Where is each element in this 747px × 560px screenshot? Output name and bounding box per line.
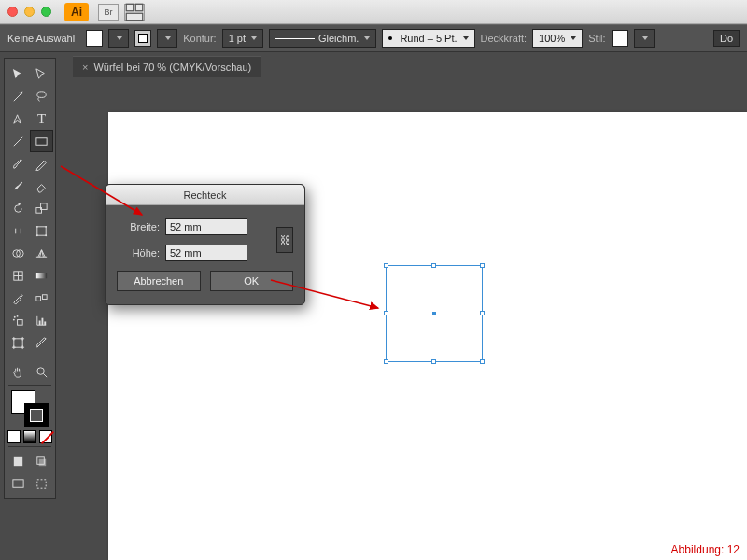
hand-tool[interactable] xyxy=(7,360,30,383)
svg-rect-6 xyxy=(36,137,47,145)
resize-handle[interactable] xyxy=(431,263,436,268)
svg-line-5 xyxy=(14,136,22,145)
resize-handle[interactable] xyxy=(480,359,485,364)
blend-tool[interactable] xyxy=(30,287,53,309)
dash-style-dropdown[interactable]: Gleichm. xyxy=(269,29,376,48)
svg-point-21 xyxy=(14,315,16,317)
width-label: Breite: xyxy=(117,221,160,232)
svg-rect-2 xyxy=(126,13,143,21)
pen-tool[interactable] xyxy=(7,107,30,130)
link-dimensions-button[interactable]: ⛓ xyxy=(276,227,293,253)
close-tab-icon[interactable]: × xyxy=(82,62,88,73)
resize-handle[interactable] xyxy=(480,263,485,268)
svg-point-10 xyxy=(36,225,38,227)
shape-builder-tool[interactable] xyxy=(7,242,30,264)
draw-normal-icon[interactable] xyxy=(7,450,30,472)
fill-stroke-control[interactable] xyxy=(11,390,49,427)
svg-rect-20 xyxy=(18,319,23,325)
svg-point-13 xyxy=(45,234,47,236)
scale-tool[interactable] xyxy=(30,197,53,219)
stroke-label: Kontur: xyxy=(183,33,216,44)
document-tab-title: Würfel bei 70 % (CMYK/Vorschau) xyxy=(93,62,251,73)
pencil-tool[interactable] xyxy=(30,152,53,175)
resize-handle[interactable] xyxy=(384,311,388,315)
svg-rect-17 xyxy=(36,273,47,278)
ok-button[interactable]: OK xyxy=(210,271,294,291)
eraser-tool[interactable] xyxy=(30,175,53,197)
gradient-mode-icon[interactable] xyxy=(23,430,36,443)
height-label: Höhe: xyxy=(117,247,160,259)
artboard-tool[interactable] xyxy=(7,331,30,354)
line-tool[interactable] xyxy=(7,130,30,152)
stroke-swatch[interactable] xyxy=(134,30,151,47)
resize-handle[interactable] xyxy=(384,263,388,268)
svg-point-3 xyxy=(21,91,22,93)
close-icon[interactable] xyxy=(7,7,18,17)
draw-behind-icon[interactable] xyxy=(30,450,53,472)
do-button[interactable]: Do xyxy=(713,30,740,47)
type-tool[interactable]: T xyxy=(30,107,53,130)
svg-rect-34 xyxy=(37,479,46,487)
canvas-background: Abbildung: 12 xyxy=(73,77,747,560)
artboard[interactable]: Abbildung: 12 xyxy=(108,112,747,560)
svg-rect-33 xyxy=(13,479,23,486)
stroke-weight-field[interactable]: 1 pt xyxy=(222,29,263,48)
arrange-docs-icon[interactable] xyxy=(124,4,145,21)
line-preview-icon xyxy=(275,38,315,39)
zoom-tool[interactable] xyxy=(30,360,53,383)
document-tab[interactable]: × Würfel bei 70 % (CMYK/Vorschau) xyxy=(73,56,261,77)
bridge-icon[interactable]: Br xyxy=(98,4,119,21)
width-tool[interactable] xyxy=(7,219,30,242)
blob-brush-tool[interactable] xyxy=(7,175,30,197)
rectangle-dialog: Rechteck Breite: Höhe: ⛓ Abbrechen OK xyxy=(105,184,305,305)
gradient-tool[interactable] xyxy=(30,264,53,287)
lasso-tool[interactable] xyxy=(30,85,53,107)
figure-caption: Abbildung: 12 xyxy=(671,543,740,556)
minimize-icon[interactable] xyxy=(24,7,35,17)
svg-point-11 xyxy=(45,225,47,227)
cancel-button[interactable]: Abbrechen xyxy=(117,271,201,291)
draw-inside-icon[interactable] xyxy=(30,472,53,495)
free-transform-tool[interactable] xyxy=(30,219,53,242)
resize-handle[interactable] xyxy=(480,311,485,315)
resize-handle[interactable] xyxy=(384,359,388,364)
eyedropper-tool[interactable] xyxy=(7,287,30,309)
graph-tool[interactable] xyxy=(30,309,53,331)
rectangle-tool[interactable] xyxy=(30,130,53,152)
app-badge: Ai xyxy=(64,3,89,21)
opacity-field[interactable]: 100% xyxy=(532,29,583,48)
rotate-tool[interactable] xyxy=(7,197,30,219)
height-input[interactable] xyxy=(165,245,247,261)
brush-profile-dropdown[interactable]: Rund – 5 Pt. xyxy=(382,29,474,48)
stroke-color-icon[interactable] xyxy=(24,403,49,427)
magic-wand-tool[interactable] xyxy=(7,85,30,107)
slice-tool[interactable] xyxy=(30,331,53,354)
paintbrush-tool[interactable] xyxy=(7,152,30,175)
direct-selection-tool[interactable] xyxy=(30,63,53,85)
selection-tool[interactable] xyxy=(7,63,30,85)
style-dropdown[interactable] xyxy=(634,29,655,48)
tools-panel: T xyxy=(4,58,56,499)
fill-swatch[interactable] xyxy=(86,30,103,47)
svg-rect-25 xyxy=(42,317,44,325)
screen-mode-icon[interactable] xyxy=(7,472,30,495)
center-point-icon xyxy=(432,312,436,315)
zoom-icon[interactable] xyxy=(41,7,51,17)
color-mode-icon[interactable] xyxy=(7,430,21,443)
selection-status: Keine Auswahl xyxy=(7,33,75,44)
symbol-sprayer-tool[interactable] xyxy=(7,309,30,331)
mesh-tool[interactable] xyxy=(7,264,30,287)
none-mode-icon[interactable] xyxy=(39,430,52,443)
resize-handle[interactable] xyxy=(431,359,436,364)
svg-rect-27 xyxy=(14,338,22,346)
dialog-title: Rechteck xyxy=(106,185,304,205)
stroke-dropdown[interactable] xyxy=(157,29,177,48)
svg-rect-24 xyxy=(39,320,41,325)
style-swatch[interactable] xyxy=(612,30,628,47)
perspective-grid-tool[interactable] xyxy=(30,242,53,264)
stroke-weight-value: 1 pt xyxy=(229,33,246,44)
selected-rectangle[interactable] xyxy=(386,265,483,362)
fill-dropdown[interactable] xyxy=(108,29,129,48)
round-dot-icon xyxy=(388,36,392,40)
width-input[interactable] xyxy=(165,218,247,235)
